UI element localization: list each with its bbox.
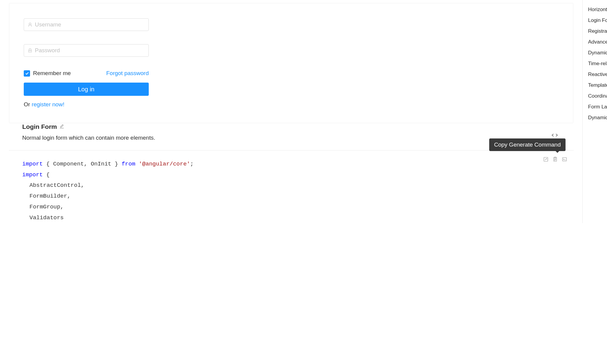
svg-rect-2: [563, 158, 566, 161]
sidebar-item[interactable]: Registration: [588, 28, 607, 34]
tooltip: Copy Generate Command: [489, 138, 566, 151]
code-section: Copy Generate Command import { Component…: [9, 150, 573, 223]
checkbox-checked-icon: [24, 70, 30, 77]
sidebar-item[interactable]: Login Form: [588, 17, 607, 23]
code-text: {: [43, 171, 50, 178]
lock-icon: [28, 48, 32, 53]
forgot-password-link[interactable]: Forgot password: [106, 70, 149, 77]
terminal-icon[interactable]: [562, 156, 567, 162]
edit-icon[interactable]: [59, 124, 64, 130]
code-string: '@angular/core': [135, 161, 190, 167]
section-header: Login Form Normal login form which can c…: [9, 123, 573, 150]
username-input[interactable]: [35, 21, 145, 28]
sidebar-item[interactable]: Template-driven Forms: [588, 82, 607, 88]
sidebar-item[interactable]: Dynamic Form Item: [588, 50, 607, 56]
user-icon: [28, 22, 32, 27]
password-field-wrapper: [24, 44, 149, 57]
section-title-wrapper: Login Form: [9, 123, 573, 135]
register-link[interactable]: register now!: [32, 101, 64, 108]
copy-code-icon[interactable]: [552, 156, 558, 162]
tooltip-text: Copy Generate Command: [494, 141, 561, 148]
password-input-wrapper[interactable]: [24, 44, 149, 57]
sidebar-item[interactable]: Reactive Forms: [588, 71, 607, 77]
expand-code-wrapper: [551, 132, 558, 139]
section-title: Login Form: [22, 123, 57, 130]
sidebar-item[interactable]: Coordinated Controls: [588, 93, 607, 99]
sidebar: Horizontal Login Form Login Form Registr…: [582, 0, 607, 223]
code-text: Validators: [22, 213, 560, 223]
code-kw: import: [22, 171, 43, 178]
username-field-wrapper: [24, 18, 149, 31]
code-text: AbstractControl,: [22, 180, 560, 191]
remember-label: Remember me: [33, 70, 71, 77]
register-prefix: Or: [24, 101, 32, 108]
code-actions: Copy Generate Command: [543, 156, 567, 162]
remember-forgot-row: Remember me Forgot password: [24, 70, 149, 77]
code-block: import { Component, OnInit } from '@angu…: [22, 159, 560, 223]
sidebar-items: Horizontal Login Form Login Form Registr…: [588, 7, 607, 121]
code-text: FormBuilder,: [22, 191, 560, 202]
page-container: Remember me Forgot password Log in Or re…: [0, 0, 607, 223]
section-description: Normal login form which can contain more…: [9, 135, 573, 150]
code-kw: from: [122, 161, 136, 167]
sidebar-item[interactable]: Time-related Controls: [588, 61, 607, 67]
main-content: Remember me Forgot password Log in Or re…: [0, 0, 582, 223]
code-kw: import: [22, 161, 43, 167]
login-card: Remember me Forgot password Log in Or re…: [9, 3, 573, 123]
sidebar-item[interactable]: Dynamic Rules: [588, 115, 607, 121]
password-input[interactable]: [35, 47, 145, 54]
code-text: { Component, OnInit }: [43, 161, 121, 167]
sidebar-item[interactable]: Form Layout: [588, 104, 607, 110]
remember-checkbox[interactable]: Remember me: [24, 70, 71, 77]
login-button-label: Log in: [78, 86, 95, 93]
username-input-wrapper[interactable]: [24, 18, 149, 31]
code-expand-icon[interactable]: [551, 132, 558, 139]
code-text: ;: [190, 161, 194, 167]
login-button[interactable]: Log in: [24, 83, 149, 96]
login-form: Remember me Forgot password Log in Or re…: [24, 18, 149, 108]
edit-code-icon[interactable]: [543, 156, 549, 162]
sidebar-item[interactable]: Horizontal Login Form: [588, 7, 607, 13]
login-form-wrapper: Remember me Forgot password Log in Or re…: [9, 3, 573, 123]
sidebar-item[interactable]: Advanced search: [588, 39, 607, 45]
register-row: Or register now!: [24, 101, 149, 108]
code-text: FormGroup,: [22, 202, 560, 213]
